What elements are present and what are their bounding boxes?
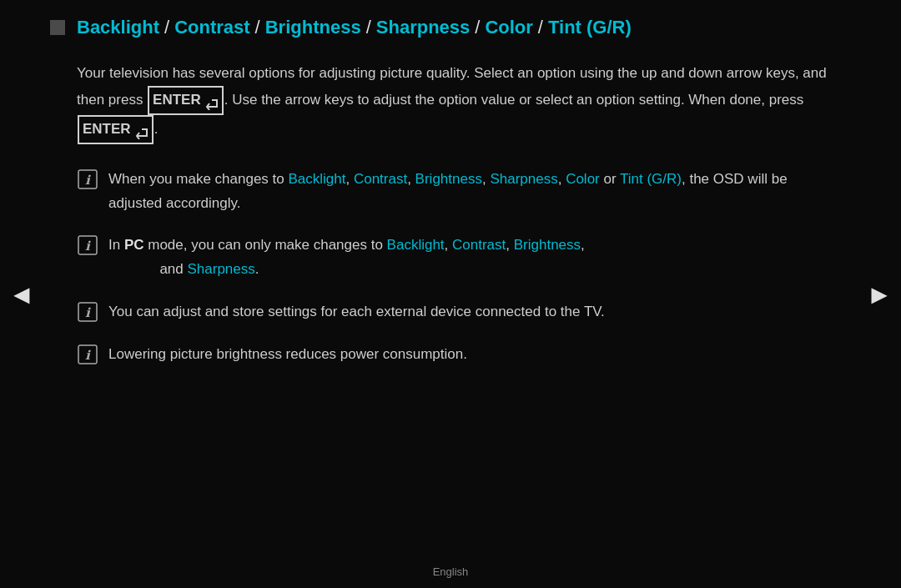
note2-in: In bbox=[108, 237, 124, 253]
note3-text: You can adjust and store settings for ea… bbox=[108, 304, 605, 319]
enter-icon-1 bbox=[204, 94, 219, 106]
note2-text1: mode, you can only make changes to bbox=[144, 237, 387, 253]
note2-comma1: , bbox=[445, 237, 452, 253]
header-color: Color bbox=[485, 17, 532, 38]
nav-arrow-left[interactable]: ◄ bbox=[8, 279, 35, 309]
enter-icon-2 bbox=[133, 123, 148, 135]
svg-text:ℹ: ℹ bbox=[85, 173, 91, 187]
note1-sharpness: Sharpness bbox=[490, 171, 557, 187]
main-content: Backlight / Contrast / Brightness / Shar… bbox=[0, 0, 901, 402]
note-item-3: ℹ You can adjust and store settings for … bbox=[77, 300, 834, 324]
note-icon-2: ℹ bbox=[77, 234, 100, 258]
note1-brightness: Brightness bbox=[415, 171, 482, 187]
slash-1: / bbox=[164, 17, 169, 38]
svg-text:ℹ: ℹ bbox=[85, 348, 91, 362]
note4-text: Lowering picture brightness reduces powe… bbox=[108, 346, 467, 362]
svg-text:ℹ: ℹ bbox=[85, 305, 91, 319]
header-tint: Tint (G/R) bbox=[548, 17, 632, 38]
note1-backlight: Backlight bbox=[288, 171, 345, 187]
slash-3: / bbox=[366, 17, 371, 38]
note-text-3: You can adjust and store settings for ea… bbox=[108, 300, 834, 324]
footer-language: English bbox=[433, 565, 469, 578]
note-icon-1: ℹ bbox=[77, 168, 100, 192]
enter-button-1: ENTER bbox=[148, 86, 224, 115]
description-block: Your television has several options for … bbox=[77, 62, 834, 144]
svg-text:ℹ: ℹ bbox=[85, 239, 91, 253]
note1-comma2: , bbox=[407, 171, 415, 187]
note-icon-4: ℹ bbox=[77, 344, 100, 367]
header-square-icon bbox=[50, 20, 65, 35]
nav-arrow-right[interactable]: ► bbox=[866, 279, 893, 309]
note1-comma4: , bbox=[558, 171, 566, 187]
note2-brightness: Brightness bbox=[514, 237, 581, 253]
desc-text3: . bbox=[154, 121, 159, 137]
enter-button-2: ENTER bbox=[78, 115, 154, 144]
note-text-4: Lowering picture brightness reduces powe… bbox=[108, 343, 834, 367]
note1-comma3: , bbox=[482, 171, 490, 187]
note1-text1: When you make changes to bbox=[108, 171, 288, 187]
note2-contrast: Contrast bbox=[452, 237, 506, 253]
slash-2: / bbox=[255, 17, 260, 38]
note1-tint: Tint (G/R) bbox=[620, 171, 682, 187]
note1-contrast: Contrast bbox=[354, 171, 407, 187]
header-sharpness: Sharpness bbox=[376, 17, 471, 38]
note-item-1: ℹ When you make changes to Backlight, Co… bbox=[77, 168, 834, 216]
desc-text2: . Use the arrow keys to adjust the optio… bbox=[224, 92, 804, 108]
note1-color: Color bbox=[566, 171, 600, 187]
note2-end: . bbox=[255, 261, 259, 277]
header-backlight: Backlight bbox=[77, 17, 159, 38]
note2-comma2: , bbox=[506, 237, 513, 253]
note-text-2: In PC mode, you can only make changes to… bbox=[108, 234, 834, 282]
header-contrast: Contrast bbox=[174, 17, 249, 38]
note2-backlight: Backlight bbox=[387, 237, 445, 253]
note1-comma1: , bbox=[345, 171, 353, 187]
note1-or: or bbox=[600, 171, 620, 187]
slash-4: / bbox=[475, 17, 480, 38]
slash-5: / bbox=[538, 17, 543, 38]
header-brightness: Brightness bbox=[265, 17, 361, 38]
note-text-1: When you make changes to Backlight, Cont… bbox=[108, 168, 834, 216]
note-item-2: ℹ In PC mode, you can only make changes … bbox=[77, 234, 834, 282]
note-item-4: ℹ Lowering picture brightness reduces po… bbox=[77, 343, 834, 367]
note2-pc: PC bbox=[124, 237, 144, 253]
note-icon-3: ℹ bbox=[77, 301, 100, 324]
note2-sharpness: Sharpness bbox=[188, 261, 255, 277]
page-header: Backlight / Contrast / Brightness / Shar… bbox=[50, 17, 834, 38]
